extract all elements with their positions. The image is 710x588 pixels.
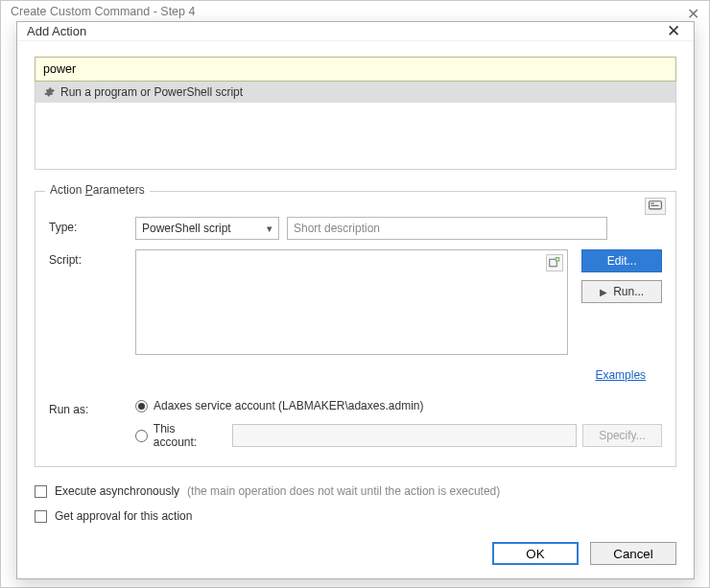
svg-rect-2 <box>651 205 658 206</box>
help-icon <box>649 200 662 212</box>
script-textarea-wrap <box>135 249 569 355</box>
script-textarea[interactable] <box>136 250 568 354</box>
examples-link[interactable]: Examples <box>595 368 646 382</box>
group-help-button[interactable] <box>645 198 666 215</box>
parent-window-title: Create Custom Command - Step 4 <box>1 1 709 22</box>
execute-async-hint: (the main operation does not wait until … <box>187 484 500 498</box>
script-label: Script: <box>49 249 135 382</box>
group-title: Action Parameters <box>45 183 150 197</box>
insert-icon <box>549 257 560 269</box>
play-icon: ▶ <box>600 287 607 297</box>
short-description-input[interactable] <box>287 217 607 240</box>
specify-button: Specify... <box>582 424 662 447</box>
script-type-select[interactable]: PowerShell script ▾ <box>135 217 279 240</box>
action-results-list: Run a program or PowerShell script <box>35 82 676 170</box>
this-account-input <box>232 424 577 447</box>
dialog-button-row: OK Cancel <box>17 532 694 578</box>
gear-icon <box>43 86 55 98</box>
execute-async-label: Execute asynchronously <box>55 484 179 498</box>
cancel-button[interactable]: Cancel <box>590 542 676 565</box>
action-search-box[interactable] <box>35 57 676 82</box>
type-label: Type: <box>49 217 135 234</box>
execute-async-checkbox[interactable] <box>35 485 47 498</box>
result-item-label: Run a program or PowerShell script <box>60 85 243 99</box>
chevron-down-icon: ▾ <box>267 223 272 235</box>
script-type-value: PowerShell script <box>142 222 231 235</box>
add-action-dialog: Add Action ✕ Run a program or PowerShell… <box>16 21 695 579</box>
ok-button[interactable]: OK <box>492 542 579 565</box>
dialog-close-button[interactable]: ✕ <box>663 23 684 39</box>
dialog-titlebar: Add Action ✕ <box>17 22 694 41</box>
run-button-label: Run... <box>613 285 644 298</box>
get-approval-label: Get approval for this action <box>55 509 192 523</box>
radio-adaxes-label: Adaxes service account (LABMAKER\adaxes.… <box>154 399 423 412</box>
examples-link-wrap: Examples <box>595 368 662 382</box>
get-approval-checkbox[interactable] <box>35 510 47 523</box>
edit-button[interactable]: Edit... <box>581 249 662 272</box>
action-parameters-group: Action Parameters Type: PowerShell scrip… <box>35 191 676 467</box>
script-params-button[interactable] <box>546 254 563 271</box>
result-run-program-powershell[interactable]: Run a program or PowerShell script <box>36 82 675 103</box>
action-search-input[interactable] <box>43 62 668 76</box>
run-button[interactable]: ▶ Run... <box>581 280 662 303</box>
radio-this-account[interactable] <box>135 430 148 442</box>
radio-this-account-label: This account: <box>154 422 221 449</box>
svg-rect-1 <box>651 203 654 204</box>
dialog-title: Add Action <box>27 24 86 38</box>
runas-label: Run as: <box>49 399 135 416</box>
radio-adaxes-service-account[interactable] <box>135 400 148 412</box>
